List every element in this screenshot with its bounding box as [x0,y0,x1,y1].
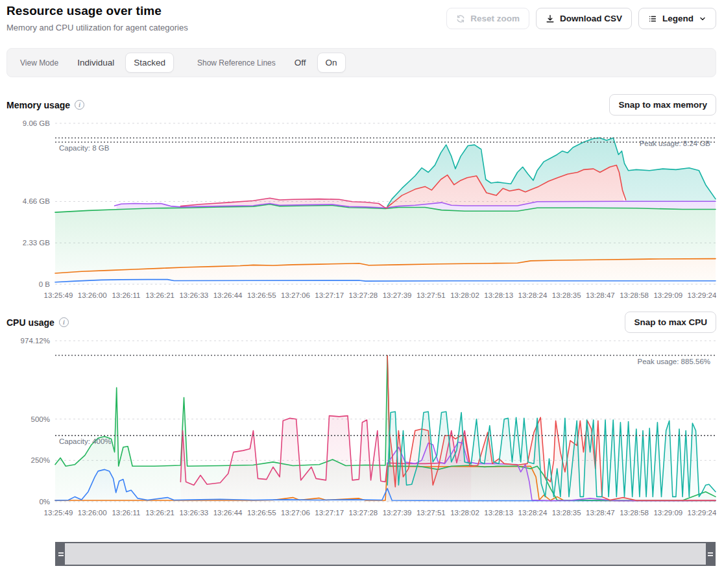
x-axis-tick: 13:26:44 [213,291,243,299]
view-mode-individual-option[interactable]: Individual [69,53,123,73]
brush-grip [58,552,64,554]
x-axis-tick: 13:26:33 [179,509,208,517]
memory-section-header: Memory usage i Snap to max memory [6,94,716,116]
x-axis-tick: 13:27:17 [315,291,344,299]
x-axis-tick: 13:27:28 [349,509,378,517]
x-axis-tick: 13:26:00 [78,509,107,517]
x-axis-tick: 13:29:24 [688,291,716,299]
reference-line-label: Capacity: 8 GB [59,144,110,152]
x-axis-tick: 13:26:44 [213,509,243,517]
x-axis-tick: 13:28:13 [484,509,513,517]
info-icon[interactable]: i [59,317,69,327]
x-axis-tick: 13:27:06 [281,291,310,299]
x-axis-tick: 13:28:24 [518,291,548,299]
reset-zoom-button[interactable]: Reset zoom [446,8,529,29]
y-axis-tick: 0 B [39,280,51,288]
x-axis-tick: 13:28:35 [552,291,581,299]
x-axis-tick: 13:28:02 [450,291,479,299]
header: Resource usage over time Memory and CPU … [6,4,716,32]
cpu-title-wrap: CPU usage i [6,317,69,328]
x-axis-tick: 13:28:13 [484,291,513,299]
y-axis-tick: 0% [39,498,50,506]
reference-lines-on-option[interactable]: On [317,53,346,73]
reference-line-label: Capacity: 400% [59,437,112,445]
reset-zoom-label: Reset zoom [470,14,520,23]
memory-title-wrap: Memory usage i [6,100,84,110]
y-axis-tick: 500% [31,415,50,423]
x-axis-tick: 13:27:28 [349,291,378,299]
legend-button[interactable]: Legend [638,8,716,29]
x-axis-tick: 13:26:55 [247,509,276,517]
brush-grip [708,552,713,554]
x-axis-tick: 13:27:51 [416,291,446,299]
x-axis-tick: 13:28:47 [586,291,615,299]
page-title: Resource usage over time [6,4,188,18]
memory-section-title: Memory usage [6,100,70,110]
x-axis-tick: 13:27:39 [383,291,412,299]
x-axis-tick: 13:26:55 [247,291,276,299]
show-reference-lines-label: Show Reference Lines [197,58,276,67]
reference-lines-off-option[interactable]: Off [286,53,315,73]
brush-grip [708,555,713,556]
y-axis-tick: 250% [31,456,50,464]
x-axis-tick: 13:29:09 [653,291,682,299]
x-axis-tick: 13:27:39 [383,509,412,517]
x-axis-tick: 13:28:02 [450,509,479,517]
cpu-section-title: CPU usage [6,317,54,328]
x-axis-tick: 13:26:21 [145,291,175,299]
view-mode-label: View Mode [20,58,58,67]
x-axis-tick: 13:26:33 [179,291,208,299]
x-axis-tick: 13:26:11 [112,291,140,299]
x-axis-tick: 13:27:06 [281,509,310,517]
chevron-down-icon [699,15,706,23]
refresh-icon [456,14,465,23]
legend-label: Legend [662,14,694,23]
x-axis-tick: 13:28:58 [620,509,649,517]
reference-line-label: Peak usage: 8.24 GB [640,140,711,147]
legend-list-icon [648,14,657,23]
x-axis-tick: 13:28:24 [518,509,548,517]
x-axis-tick: 13:28:35 [552,509,581,517]
reference-line-label: Peak usage: 885.56% [637,358,710,365]
brush-left-handle[interactable] [56,543,65,565]
view-mode-stacked-option[interactable]: Stacked [125,53,174,73]
y-axis-tick: 4.66 GB [23,197,51,205]
download-csv-button[interactable]: Download CSV [536,8,632,29]
y-axis-tick: 2.33 GB [23,239,51,247]
y-axis-tick: 9.06 GB [23,119,51,127]
x-axis-tick: 13:29:09 [653,509,682,517]
x-axis-tick: 13:27:17 [315,509,344,517]
cpu-usage-chart[interactable]: 974.12%500%250%0%13:25:4913:26:0013:26:1… [6,333,716,522]
x-axis-tick: 13:28:58 [620,291,649,299]
x-axis-tick: 13:28:47 [586,509,615,517]
download-icon [546,14,555,23]
cpu-section-header: CPU usage i Snap to max CPU [6,312,716,333]
header-titles: Resource usage over time Memory and CPU … [6,4,188,32]
memory-usage-chart[interactable]: 9.06 GB4.66 GB2.33 GB0 B13:25:4913:26:00… [6,116,716,305]
page-subtitle: Memory and CPU utilization for agent cat… [6,23,188,32]
x-axis-tick: 13:25:49 [44,291,73,299]
x-axis-tick: 13:26:00 [78,291,107,299]
info-icon[interactable]: i [75,100,84,110]
x-axis-tick: 13:26:21 [145,509,175,517]
snap-to-max-cpu-button[interactable]: Snap to max CPU [625,312,716,333]
x-axis-tick: 13:25:49 [44,509,73,517]
header-actions: Reset zoom Download CSV Legend [446,8,716,29]
x-axis-tick: 13:27:51 [416,509,446,517]
x-axis-tick: 13:29:24 [688,509,716,517]
y-axis-tick: 974.12% [21,337,50,345]
view-options-toolbar: View Mode Individual Stacked Show Refere… [6,48,716,77]
snap-to-max-memory-button[interactable]: Snap to max memory [609,94,716,116]
brush-right-handle[interactable] [706,543,714,565]
download-csv-label: Download CSV [560,14,622,23]
x-axis-tick: 13:26:11 [112,509,140,517]
brush-grip [58,555,64,556]
time-range-brush[interactable] [55,542,716,566]
dashboard-page: Resource usage over time Memory and CPU … [0,0,724,566]
